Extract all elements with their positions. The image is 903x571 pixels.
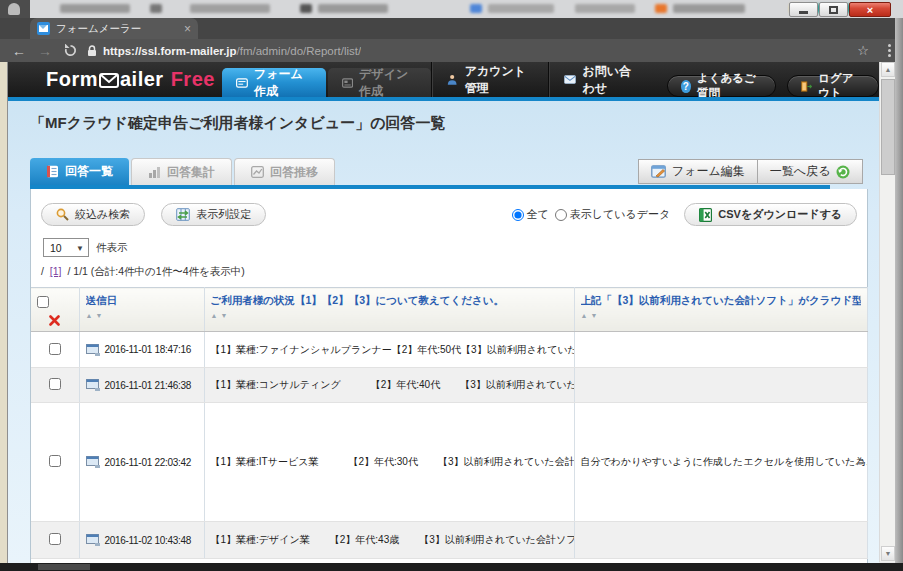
page-title: 「MFクラウド確定申告ご利用者様インタビュー」の回答一覧: [30, 114, 446, 133]
delete-icon[interactable]: [49, 315, 60, 326]
url-path: /fm/admin/do/Report/list/: [237, 45, 362, 57]
logout-button[interactable]: ログアウト: [787, 75, 879, 97]
scrollbar-thumb[interactable]: [881, 79, 895, 175]
page-scrollbar[interactable]: ▲ ▼: [879, 62, 895, 562]
url-domain: https://ssl.form-mailer.jp: [103, 45, 237, 57]
response-icon: [86, 344, 101, 356]
row-checkbox[interactable]: [49, 533, 61, 545]
filter-search-button[interactable]: 絞込み検索: [41, 203, 145, 226]
back-to-list-button[interactable]: 一覧へ戻る: [758, 159, 864, 184]
column-header-q1[interactable]: ご利用者様の状況【1】【2】【3】について教えてください。 ▲▼: [204, 288, 574, 332]
forward-icon: →: [38, 44, 52, 58]
browser-tabbar: フォームメーラー ×: [0, 18, 903, 39]
tab-answer-list[interactable]: 回答一覧: [30, 158, 129, 185]
sort-icons[interactable]: ▲▼: [86, 312, 198, 319]
column-header-date[interactable]: 送信日 ▲▼: [79, 288, 204, 332]
close-button[interactable]: ×: [849, 2, 891, 17]
response-icon: [86, 379, 101, 391]
row-checkbox[interactable]: [49, 343, 61, 355]
window-frame-left: [0, 62, 8, 563]
header-accent-bar: [8, 97, 879, 101]
radio-shown-input[interactable]: [555, 209, 567, 221]
person-icon: [447, 73, 457, 86]
answers-table: 送信日 ▲▼ ご利用者様の状況【1】【2】【3】について教えてください。 ▲▼ …: [31, 287, 868, 559]
form-icon: [236, 77, 248, 89]
answer-cell: 自分でわかりやすいように作成したエクセルを使用していた為、機能や使用方: [574, 403, 867, 522]
nav-contact[interactable]: お問い合わせ: [548, 62, 656, 97]
mail-icon: [564, 74, 576, 85]
per-page-control: 10 ▼ 件表示: [43, 238, 128, 257]
pagination: / [1] / 1/1 (合計:4件中の1件〜4件を表示中): [41, 265, 245, 279]
formmailer-logo[interactable]: Form ailer Free: [46, 68, 215, 91]
page-content: Form ailer Free フォーム作成 デザイン作成 アカウント管理: [8, 62, 879, 563]
row-checkbox[interactable]: [49, 378, 61, 390]
nav-form-create[interactable]: フォーム作成: [222, 68, 326, 97]
response-date[interactable]: 2016-11-02 10:43:48: [105, 535, 191, 546]
back-icon[interactable]: ←: [12, 44, 26, 58]
window-frame-right: [895, 18, 903, 571]
answer-cell: 【1】業種:ファイナンシャルプランナー【2】年代:50代【3】以前利用されていた…: [204, 332, 574, 368]
answer-list-icon: [46, 165, 59, 178]
window-controls: ×: [789, 2, 891, 17]
back-arrow-icon: [836, 165, 850, 179]
answer-list-panel: 絞込み検索 表示列設定 全て 表示しているデータ CSVをダウンロードする: [30, 189, 868, 563]
scroll-up-icon[interactable]: ▲: [881, 62, 895, 77]
profile-icon: [8, 3, 20, 15]
answer-cell: [574, 332, 867, 368]
design-icon: [342, 77, 353, 89]
answer-cell: 【1】業種:デザイン業 【2】年代:43歳 【3】以前利用されていた会計ソフト:…: [204, 522, 574, 559]
form-edit-button[interactable]: フォーム編集: [638, 159, 758, 184]
nav-account[interactable]: アカウント管理: [431, 62, 547, 97]
tab-answer-trend[interactable]: 回答推移: [234, 158, 335, 185]
main-nav: フォーム作成 デザイン作成 アカウント管理 お問い合わせ ? よくあるご質問: [222, 62, 879, 97]
window-frame-bottom: [0, 563, 903, 571]
reload-icon[interactable]: [64, 44, 77, 57]
response-date[interactable]: 2016-11-01 22:03:42: [105, 457, 191, 468]
column-header-q2[interactable]: 上記「【3】以前利用されていた会計ソフト」がクラウド型でない方にお伺いし ▲▼: [574, 288, 867, 332]
chevron-down-icon: ▼: [76, 244, 84, 253]
response-date[interactable]: 2016-11-01 18:47:16: [105, 344, 191, 355]
formmailer-favicon: [37, 22, 50, 35]
bookmark-star-icon[interactable]: ☆: [857, 43, 869, 58]
nav-design-create[interactable]: デザイン作成: [328, 68, 431, 97]
table-row: 2016-11-02 10:43:48 【1】業種:デザイン業 【2】年代:43…: [31, 522, 867, 559]
response-date[interactable]: 2016-11-01 21:46:38: [105, 380, 191, 391]
browser-tab[interactable]: フォームメーラー ×: [30, 18, 198, 39]
minimize-button[interactable]: [789, 2, 818, 17]
background-tab-strip: ×: [0, 0, 903, 18]
pagination-summary: / 1/1 (合計:4件中の1件〜4件を表示中): [67, 265, 244, 277]
tab-answer-summary[interactable]: 回答集計: [131, 158, 232, 185]
column-settings-button[interactable]: 表示列設定: [161, 203, 266, 226]
excel-icon: [699, 208, 712, 222]
column-settings-icon: [176, 208, 190, 221]
sort-icons[interactable]: ▲▼: [211, 312, 568, 319]
answer-cell: [574, 522, 867, 559]
per-page-select[interactable]: 10 ▼: [43, 238, 89, 257]
per-page-label: 件表示: [96, 241, 128, 255]
page-1-link[interactable]: [1]: [50, 265, 62, 277]
panel-toolbar: 絞込み検索 表示列設定 全て 表示しているデータ CSVをダウンロードする: [41, 203, 857, 226]
answer-cell: 【1】業種:ITサービス業 【2】年代:30代 【3】以前利用されていた会計ソフ…: [204, 403, 574, 522]
row-checkbox[interactable]: [49, 455, 61, 467]
faq-button[interactable]: ? よくあるご質問: [667, 75, 777, 97]
scroll-down-icon[interactable]: ▼: [881, 546, 895, 561]
select-all-checkbox[interactable]: [37, 296, 49, 308]
radio-all-input[interactable]: [512, 209, 524, 221]
site-header: Form ailer Free フォーム作成 デザイン作成 アカウント管理: [8, 62, 879, 97]
sort-icons[interactable]: ▲▼: [581, 312, 861, 319]
line-chart-icon: [251, 166, 264, 178]
address-bar[interactable]: https://ssl.form-mailer.jp/fm/admin/do/R…: [87, 45, 361, 57]
export-controls: 全て 表示しているデータ CSVをダウンロードする: [512, 203, 858, 226]
radio-all[interactable]: 全て: [512, 207, 549, 222]
maximize-button[interactable]: [819, 2, 848, 17]
csv-download-button[interactable]: CSVをダウンロードする: [684, 203, 857, 226]
tab-close-icon[interactable]: ×: [184, 23, 191, 35]
tab-title: フォームメーラー: [56, 22, 178, 36]
table-row: 2016-11-01 22:03:42 【1】業種:ITサービス業 【2】年代:…: [31, 403, 867, 522]
radio-shown-data[interactable]: 表示しているデータ: [555, 207, 671, 222]
table-header-row: 送信日 ▲▼ ご利用者様の状況【1】【2】【3】について教えてください。 ▲▼ …: [31, 288, 867, 332]
report-actions: フォーム編集 一覧へ戻る: [638, 159, 863, 184]
response-icon: [86, 534, 101, 546]
browser-menu-icon[interactable]: [888, 44, 891, 59]
table-row: 2016-11-01 21:46:38 【1】業種:コンサルティング 【2】年代…: [31, 368, 867, 403]
